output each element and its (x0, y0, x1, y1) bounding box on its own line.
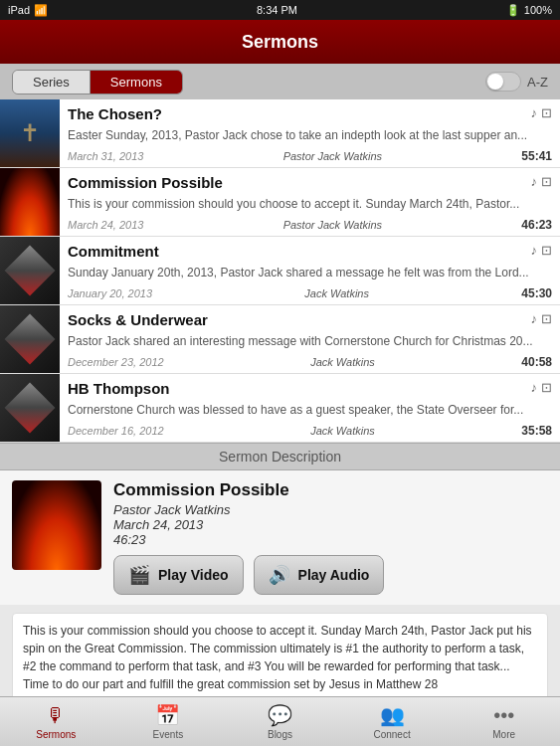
sermon-description: Pastor Jack shared an interesting messag… (68, 334, 552, 350)
media-icons (531, 174, 553, 189)
detail-pastor: Pastor Jack Watkins (113, 502, 548, 517)
sermons-tab-icon: 🎙 (46, 704, 66, 727)
video-icon (541, 243, 552, 258)
sermon-duration: 40:58 (521, 355, 552, 369)
sermon-thumbnail (0, 237, 60, 304)
audio-icon (531, 105, 538, 120)
app-header: Sermons (0, 20, 560, 64)
detail-thumbnail (12, 480, 101, 570)
sermon-pastor: Pastor Jack Watkins (283, 150, 382, 162)
az-switch[interactable] (485, 72, 521, 92)
detail-info: Commission Possible Pastor Jack Watkins … (113, 480, 548, 595)
play-audio-button[interactable]: 🔊 Play Audio (254, 555, 385, 595)
segment-bar: Series Sermons A-Z (0, 64, 560, 99)
sermon-pastor: Jack Watkins (304, 287, 369, 299)
time-display: 8:34 PM (257, 4, 297, 16)
tab-connect[interactable]: 👥 Connect (336, 697, 449, 746)
thumb-cube (0, 305, 60, 373)
sermon-description: Easter Sunday, 2013, Pastor Jack chose t… (68, 128, 552, 144)
connect-tab-label: Connect (373, 729, 410, 740)
blogs-tab-label: Blogs (268, 729, 292, 740)
cube-shape (5, 383, 56, 434)
sermon-content: The Chosen? Easter Sunday, 2013, Pastor … (60, 99, 560, 167)
page-title: Sermons (242, 32, 318, 53)
audio-play-icon: 🔊 (269, 564, 290, 586)
sermon-content: Socks & Underwear Pastor Jack shared an … (60, 305, 560, 373)
az-toggle[interactable]: A-Z (485, 72, 548, 92)
segment-series[interactable]: Series (13, 71, 91, 93)
sermon-meta: March 31, 2013 Pastor Jack Watkins 55:41 (68, 149, 552, 163)
sermon-list: ✝ The Chosen? Easter Sunday, 2013, Pasto… (0, 99, 560, 443)
table-row[interactable]: HB Thompson Cornerstone Church was bless… (0, 374, 560, 443)
az-label: A-Z (527, 75, 548, 90)
events-tab-label: Events (153, 729, 184, 740)
video-icon (541, 105, 552, 120)
sermon-thumbnail: ✝ (0, 99, 60, 167)
tab-bar: 🎙 Sermons 📅 Events 💬 Blogs 👥 Connect •••… (0, 696, 560, 746)
video-play-icon: 🎬 (128, 564, 150, 586)
tab-events[interactable]: 📅 Events (112, 697, 225, 746)
sermon-duration: 55:41 (521, 149, 552, 163)
detail-buttons: 🎬 Play Video 🔊 Play Audio (113, 555, 548, 595)
sermon-content: HB Thompson Cornerstone Church was bless… (60, 374, 560, 442)
sermon-title: HB Thompson (68, 380, 170, 397)
audio-icon (531, 311, 538, 326)
more-tab-icon: ••• (493, 704, 514, 727)
cross-icon: ✝ (20, 119, 40, 147)
description-text: This is your commission should you choos… (23, 624, 532, 691)
sermon-date: December 16, 2012 (68, 425, 164, 437)
table-row[interactable]: Commission Possible This is your commiss… (0, 168, 560, 237)
sermon-date: January 20, 2013 (68, 287, 152, 299)
sermon-duration: 45:30 (521, 286, 552, 300)
cube-shape (5, 246, 56, 296)
sermon-thumbnail (0, 305, 60, 373)
segment-sermons[interactable]: Sermons (91, 71, 182, 93)
sermon-pastor: Pastor Jack Watkins (283, 219, 382, 231)
play-audio-label: Play Audio (298, 567, 370, 583)
battery-icon: 🔋 (506, 4, 520, 17)
sermon-meta: March 24, 2013 Pastor Jack Watkins 46:23 (68, 218, 552, 232)
media-icons (531, 105, 553, 120)
sermon-description: Sunday January 20th, 2013, Pastor Jack s… (68, 266, 552, 281)
sermon-description: Cornerstone Church was blessed to have a… (68, 403, 552, 419)
detail-panel: Commission Possible Pastor Jack Watkins … (0, 470, 560, 605)
table-row[interactable]: Socks & Underwear Pastor Jack shared an … (0, 305, 560, 374)
thumb-cube (0, 237, 60, 304)
tab-sermons[interactable]: 🎙 Sermons (0, 697, 112, 746)
ipad-label: iPad (8, 4, 30, 16)
video-icon (541, 380, 552, 395)
tab-blogs[interactable]: 💬 Blogs (224, 697, 336, 746)
sermon-meta: December 16, 2012 Jack Watkins 35:58 (68, 424, 552, 438)
detail-date: March 24, 2013 (113, 517, 548, 532)
audio-icon (531, 174, 538, 189)
sermon-date: March 31, 2013 (68, 150, 143, 162)
sermon-meta: January 20, 2013 Jack Watkins 45:30 (68, 286, 552, 300)
media-icons (531, 380, 553, 395)
detail-duration: 46:23 (113, 532, 548, 547)
sermon-content: Commission Possible This is your commiss… (60, 168, 560, 236)
audio-icon (531, 380, 538, 395)
battery-label: 100% (524, 4, 552, 16)
description-text-box: This is your commission should you choos… (12, 613, 548, 702)
play-video-button[interactable]: 🎬 Play Video (113, 555, 244, 595)
sermon-thumbnail (0, 374, 60, 442)
table-row[interactable]: ✝ The Chosen? Easter Sunday, 2013, Pasto… (0, 99, 560, 168)
cube-shape (5, 314, 56, 365)
segment-control: Series Sermons (12, 70, 183, 94)
divider-label: Sermon Description (219, 449, 341, 465)
sermon-title: Commitment (68, 243, 159, 260)
blogs-tab-icon: 💬 (268, 703, 292, 727)
sermon-pastor: Jack Watkins (310, 356, 375, 368)
video-icon (541, 311, 552, 326)
detail-title: Commission Possible (113, 480, 548, 500)
sermon-pastor: Jack Watkins (310, 425, 375, 437)
tab-more[interactable]: ••• More (448, 697, 560, 746)
sermon-duration: 35:58 (521, 424, 552, 438)
sermons-tab-label: Sermons (36, 729, 76, 740)
sermon-title: Socks & Underwear (68, 311, 208, 328)
status-bar: iPad 📶 8:34 PM 🔋 100% (0, 0, 560, 20)
sermon-date: December 23, 2012 (68, 356, 164, 368)
table-row[interactable]: Commitment Sunday January 20th, 2013, Pa… (0, 237, 560, 305)
media-icons (531, 243, 553, 258)
thumb-chosen: ✝ (0, 99, 60, 167)
